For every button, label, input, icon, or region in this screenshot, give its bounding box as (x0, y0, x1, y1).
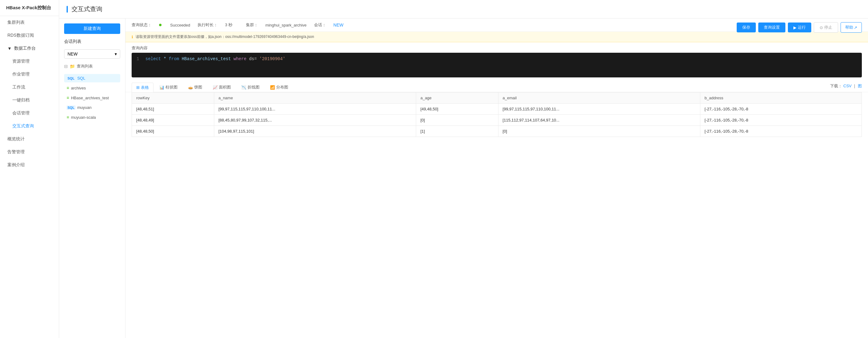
col-header-a-name: a_name (214, 93, 416, 103)
space: ds= (249, 56, 257, 61)
hbase-type-icon: ≡ (67, 85, 69, 90)
cell-a-name: [99,97,115,115,97,110,100,11... (214, 103, 416, 115)
separator: ｜ (852, 84, 858, 88)
new-query-button[interactable]: 新建查询 (64, 24, 120, 34)
cell-a-name: [88,45,80,97,99,107,32,115,... (214, 115, 416, 126)
pie-chart-icon: 🥧 (188, 85, 193, 90)
query-item-muyuan-scala[interactable]: ≡ muyuan-scala (64, 113, 120, 122)
sidebar-item-job-manage[interactable]: 作业管理 (0, 68, 59, 81)
query-list-label: 查询列表 (77, 64, 93, 69)
cell-a-age: [0] (416, 115, 498, 126)
stop-button: ⊙ 停止 (814, 22, 838, 33)
code-editor[interactable]: 1 select * from HBase_archives_test wher… (132, 53, 862, 78)
status-dot (159, 24, 161, 26)
exec-time-label: 执行时长： (197, 22, 218, 28)
download-img-link[interactable]: 图 (858, 84, 862, 88)
tab-area-chart[interactable]: 📈 面积图 (208, 82, 236, 92)
download-csv-link[interactable]: CSV (843, 84, 852, 88)
query-item-label: muyuan-scala (71, 115, 96, 120)
query-item-archives[interactable]: ≡ archives (64, 84, 120, 92)
info-bar: ℹ 读取资源管理里面的文件需要添加oss前缀，如a.json：oss://mul… (125, 32, 868, 42)
query-list: SQL SQL ≡ archives ≡ HBase_archives_test… (64, 74, 120, 122)
sidebar-item-alert-manage[interactable]: 告警管理 (0, 146, 59, 158)
bar-chart-icon: 📊 (159, 85, 164, 90)
run-button[interactable]: ▶ 运行 (788, 23, 811, 32)
cell-a-age: [1] (416, 126, 498, 137)
folder-icon: 📁 (70, 64, 75, 69)
query-item-label: HBase_archives_test (71, 96, 109, 100)
tab-pie-chart[interactable]: 🥧 饼图 (183, 82, 207, 92)
hbase-type-icon: ≡ (67, 115, 69, 120)
query-item-hbase-archives-test[interactable]: ≡ HBase_archives_test (64, 93, 120, 102)
main-content: 交互式查询 新建查询 会话列表 NEW ▾ ⊟ 📁 查询列表 SQL SQL (59, 0, 868, 338)
sidebar-item-cluster-list[interactable]: 集群列表 (0, 16, 59, 29)
hbase-type-icon: ≡ (67, 95, 69, 100)
col-header-a-email: a_email (498, 93, 700, 103)
external-link-icon: ↗ (854, 25, 857, 30)
tab-table[interactable]: ⊞ 表格 (132, 83, 154, 92)
col-header-rowkey: rowKey (132, 93, 214, 103)
table-name: HBase_archives_test (182, 56, 231, 61)
sql-type-icon: SQL (67, 105, 75, 110)
tab-bar-chart[interactable]: 📊 柱状图 (155, 82, 182, 92)
table-body: [48,48,51] [99,97,115,115,97,110,100,11.… (132, 103, 862, 137)
area-chart-icon: 📈 (213, 85, 218, 90)
download-bar: 下载： CSV ｜ 图 (830, 83, 862, 91)
keyword-star: * (164, 56, 166, 61)
header-accent-bar (67, 6, 68, 13)
table-row: [48,48,51] [99,97,115,115,97,110,100,11.… (132, 103, 862, 115)
sidebar-item-workflow[interactable]: 工作流 (0, 81, 59, 94)
info-text: 读取资源管理里面的文件需要添加oss前缀，如a.json：oss://multi… (135, 34, 314, 39)
tab-line-chart[interactable]: 📉 折线图 (237, 82, 264, 92)
query-settings-button[interactable]: 查询设置 (758, 23, 785, 32)
query-item-sql-sql[interactable]: SQL SQL (64, 74, 120, 82)
session-list-label: 会话列表 (64, 39, 120, 44)
dist-chart-icon: 📶 (270, 85, 275, 90)
status-value: Succeeded (170, 23, 190, 27)
save-button[interactable]: 保存 (737, 23, 756, 32)
sidebar-item-interactive-query[interactable]: 交互式查询 (0, 120, 59, 133)
table-row: [48,48,50] [104,98,97,115,101] [1] [0] [… (132, 126, 862, 137)
sidebar-item-resource-manage[interactable]: 资源管理 (0, 55, 59, 68)
sidebar-item-session-manage[interactable]: 会话管理 (0, 107, 59, 120)
cell-rowkey: [48,48,49] (132, 115, 214, 126)
cell-a-email: [99,97,115,115,97,110,100,11... (498, 103, 700, 115)
chevron-down-icon: ▾ (115, 52, 117, 56)
keyword-where: where (234, 56, 247, 61)
cell-a-email: [115,112,97,114,107,64,97,10... (498, 115, 700, 126)
result-table-area: rowKey a_name a_age a_email b_address [4… (125, 92, 868, 338)
keyword-select: select (146, 56, 161, 61)
line-number: 1 (136, 56, 139, 61)
cell-b-address: [-27,-116,-105,-28,-70,-8 (700, 126, 862, 137)
keyword-from: from (168, 56, 179, 61)
cell-b-address: [-27,-116,-105,-28,-70,-8 (700, 115, 862, 126)
page-header: 交互式查询 (59, 0, 868, 19)
table-row: [48,48,49] [88,45,80,97,99,107,32,115,..… (132, 115, 862, 126)
col-header-b-address: b_address (700, 93, 862, 103)
tab-dist-chart[interactable]: 📶 分布图 (266, 82, 293, 92)
query-item-label: SQL (78, 76, 85, 81)
sidebar-item-case-intro[interactable]: 案例介绍 (0, 158, 59, 172)
content-area: 新建查询 会话列表 NEW ▾ ⊟ 📁 查询列表 SQL SQL ≡ archi… (59, 19, 868, 338)
sidebar-item-rds-subscribe[interactable]: RDS数据订阅 (0, 29, 59, 42)
result-tabs: ⊞ 表格 📊 柱状图 🥧 饼图 📈 面积图 📉 折线图 (125, 80, 868, 92)
cell-a-email: [0] (498, 126, 700, 137)
cell-b-address: [-27,-116,-105,-28,-70,-8 (700, 103, 862, 115)
collapse-icon[interactable]: ⊟ (64, 64, 68, 69)
left-panel: 新建查询 会话列表 NEW ▾ ⊟ 📁 查询列表 SQL SQL ≡ archi… (59, 19, 125, 338)
session-label: 会话： (314, 22, 326, 28)
sidebar-item-one-key-archive[interactable]: 一键归档 (0, 94, 59, 107)
help-button[interactable]: 帮助 ↗ (841, 22, 862, 33)
right-panel: 查询状态： Succeeded 执行时长： 3 秒 集群： minghui_sp… (125, 19, 868, 338)
col-header-a-age: a_age (416, 93, 498, 103)
stop-icon: ⊙ (819, 25, 823, 30)
cluster-label: 集群： (246, 22, 258, 28)
status-label: 查询状态： (132, 22, 152, 28)
session-link-value: NEW (334, 23, 344, 27)
query-item-label: muyuan (78, 105, 92, 110)
sidebar-item-data-workspace[interactable]: ▼ 数据工作台 (0, 42, 59, 55)
sidebar-item-overview-stats[interactable]: 概览统计 (0, 133, 59, 146)
session-dropdown[interactable]: NEW ▾ (64, 49, 120, 59)
grid-icon: ⊞ (136, 85, 140, 90)
query-item-muyuan[interactable]: SQL muyuan (64, 103, 120, 112)
